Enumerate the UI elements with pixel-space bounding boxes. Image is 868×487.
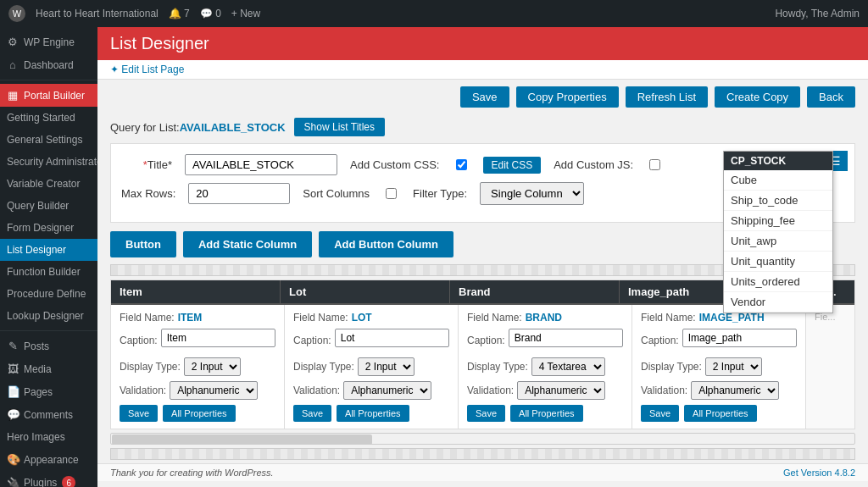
sidebar-label-getting-started: Getting Started — [7, 112, 75, 124]
query-name: AVAILABLE_STOCK — [180, 121, 286, 134]
copy-properties-button[interactable]: Copy Properties — [516, 86, 619, 108]
validation-label-1: Validation: — [293, 385, 340, 396]
sidebar-label-function-builder: Function Builder — [7, 266, 81, 278]
title-input[interactable] — [185, 154, 337, 175]
save-button[interactable]: Save — [460, 86, 509, 108]
all-props-1[interactable]: All Properties — [337, 405, 409, 422]
sidebar-label-plugins: Plugins — [24, 477, 57, 487]
sidebar-item-dashboard[interactable]: ⌂ Dashboard — [0, 53, 97, 76]
sidebar-item-hero-images[interactable]: Hero Images — [0, 426, 97, 448]
sidebar-item-lookup-designer[interactable]: Lookup Designer — [0, 305, 97, 327]
display-type-select-2[interactable]: 4 Textarea — [531, 357, 605, 376]
field-name-label-2: Field Name: — [467, 312, 522, 324]
save-card-3[interactable]: Save — [641, 405, 679, 422]
admin-bar-comments[interactable]: 💬 0 — [200, 8, 221, 19]
plugins-badge: 6 — [62, 476, 75, 487]
dropdown-item-ship-to-code[interactable]: Ship_to_code — [724, 191, 832, 211]
admin-bar-new[interactable]: + New — [231, 8, 260, 19]
display-type-select-0[interactable]: 2 Input — [184, 357, 241, 376]
sidebar-item-function-builder[interactable]: Function Builder — [0, 261, 97, 283]
filter-type-select[interactable]: Single Column — [480, 182, 584, 205]
save-card-2[interactable]: Save — [467, 405, 505, 422]
footer-version-link[interactable]: Get Version 4.8.2 — [783, 468, 855, 478]
add-static-column-button[interactable]: Add Static Column — [183, 231, 312, 257]
save-card-1[interactable]: Save — [293, 405, 331, 422]
sidebar-item-query-builder[interactable]: Query Builder — [0, 195, 97, 217]
sidebar-item-form-designer[interactable]: Form Designer — [0, 217, 97, 239]
admin-bar-site[interactable]: Heart to Heart International — [36, 8, 159, 19]
dropdown-item-shipping-fee[interactable]: Shipping_fee — [724, 211, 832, 231]
sidebar-item-security-admin[interactable]: Security Administrator — [0, 151, 97, 173]
caption-input-2[interactable] — [509, 329, 623, 347]
sidebar-item-appearance[interactable]: 🎨 Appearance — [0, 448, 97, 471]
page-subheader[interactable]: ✦ Edit List Page — [97, 60, 868, 80]
sidebar-label-security-admin: Security Administrator — [7, 156, 97, 168]
add-custom-js-checkbox[interactable] — [649, 159, 660, 170]
add-custom-js-label: Add Custom JS: — [554, 158, 633, 171]
max-rows-label: Max Rows: — [121, 187, 175, 200]
plugins-icon: 🔌 — [7, 477, 19, 488]
sidebar-label-dashboard: Dashboard — [24, 59, 74, 71]
bottom-scrollbar[interactable] — [110, 433, 855, 445]
button-action[interactable]: Button — [110, 231, 176, 257]
appearance-icon: 🎨 — [7, 453, 19, 466]
field-name-label-0: Field Name: — [120, 312, 175, 324]
display-type-select-3[interactable]: 2 Input — [705, 357, 762, 376]
sidebar-item-wp-engine[interactable]: ⚙ WP Engine — [0, 30, 97, 53]
sidebar-item-comments[interactable]: 💬 Comments — [0, 403, 97, 426]
sidebar-item-posts[interactable]: ✎ Posts — [0, 335, 97, 357]
show-list-titles-button[interactable]: Show List Titles — [294, 118, 385, 136]
back-button[interactable]: Back — [807, 86, 855, 108]
all-props-0[interactable]: All Properties — [163, 405, 235, 422]
caption-input-1[interactable] — [335, 329, 449, 347]
create-copy-button[interactable]: Create Copy — [715, 86, 800, 108]
sidebar-item-media[interactable]: 🖼 Media — [0, 357, 97, 380]
dropdown-item-cube[interactable]: Cube — [724, 170, 832, 191]
col-header-brand: Brand — [450, 280, 620, 303]
column-card-lot: Field Name: LOT Caption: Display Type: 2… — [285, 305, 459, 429]
add-button-column-button[interactable]: Add Button Column — [319, 231, 453, 257]
sidebar-item-procedure-define[interactable]: Procedure Define — [0, 283, 97, 305]
caption-input-3[interactable] — [682, 329, 797, 347]
sort-columns-checkbox[interactable] — [386, 188, 397, 199]
sidebar-item-general-settings[interactable]: General Settings — [0, 129, 97, 151]
column-card-image-path: Field Name: IMAGE_PATH Caption: Display … — [632, 305, 806, 429]
dropdown-item-vendor[interactable]: Vendor — [724, 292, 832, 313]
sidebar-item-variable-creator[interactable]: Variable Creator — [0, 173, 97, 195]
validation-select-0[interactable]: Alphanumeric — [170, 381, 258, 400]
dropdown-item-unit-quantity[interactable]: Unit_quantity — [724, 252, 832, 272]
media-icon: 🖼 — [7, 362, 19, 375]
caption-label-2: Caption: — [467, 335, 505, 346]
display-type-label-3: Display Type: — [641, 361, 702, 373]
edit-css-button[interactable]: Edit CSS — [483, 157, 542, 174]
field-name-value-2: BRAND — [526, 312, 562, 324]
dropdown-item-units-ordered[interactable]: Units_ordered — [724, 272, 832, 292]
add-custom-css-checkbox[interactable] — [456, 159, 467, 170]
all-props-2[interactable]: All Properties — [510, 405, 582, 422]
title-label: *Title* — [121, 158, 172, 171]
save-card-0[interactable]: Save — [120, 405, 158, 422]
sidebar-item-list-designer[interactable]: List Designer — [0, 239, 97, 261]
dropdown-item-unit-awp[interactable]: Unit_awp — [724, 231, 832, 252]
max-rows-input[interactable] — [188, 183, 290, 204]
validation-select-2[interactable]: Alphanumeric — [517, 381, 605, 400]
col-header-lot: Lot — [281, 280, 450, 303]
caption-input-0[interactable] — [161, 329, 275, 347]
validation-select-3[interactable]: Alphanumeric — [691, 381, 779, 400]
sidebar-item-plugins[interactable]: 🔌 Plugins 6 — [0, 471, 97, 487]
admin-bar-updates[interactable]: 🔔 7 — [169, 8, 190, 19]
validation-select-1[interactable]: Alphanumeric — [343, 381, 431, 400]
sidebar-label-procedure-define: Procedure Define — [7, 288, 86, 300]
columns-body: Field Name: ITEM Caption: Display Type: … — [111, 305, 855, 429]
sidebar-item-portal-builder[interactable]: ▦ Portal Builder — [0, 84, 97, 107]
sidebar-label-general-settings: General Settings — [7, 134, 82, 146]
display-type-select-1[interactable]: 2 Input — [358, 357, 415, 376]
all-props-3[interactable]: All Properties — [684, 405, 756, 422]
sidebar-item-pages[interactable]: 📄 Pages — [0, 380, 97, 403]
cp-stock-dropdown: CP_STOCK Cube Ship_to_code Shipping_fee … — [723, 151, 833, 313]
edit-list-page-link[interactable]: ✦ Edit List Page — [110, 64, 184, 75]
refresh-list-button[interactable]: Refresh List — [626, 86, 708, 108]
display-type-label-0: Display Type: — [120, 361, 181, 373]
sidebar-item-getting-started[interactable]: Getting Started — [0, 107, 97, 129]
display-type-label-1: Display Type: — [293, 361, 354, 373]
